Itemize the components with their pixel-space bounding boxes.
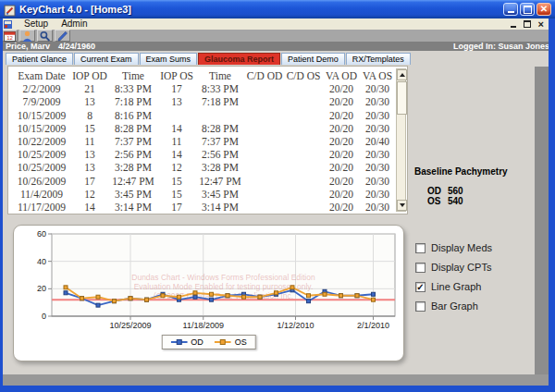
legend-marker-icon <box>215 338 231 346</box>
tab-rx-templates[interactable]: RX/Templates <box>346 53 411 65</box>
table-cell: 8:33 PM <box>108 82 158 95</box>
table-cell: 3:14 PM <box>108 201 158 214</box>
exam-table-panel: Exam DateIOP ODTimeIOP OSTimeC/D ODC/D O… <box>7 66 408 214</box>
table-cell: 10/25/2009 <box>12 148 71 161</box>
column-header-exam-date: Exam Date <box>12 69 71 82</box>
maximize-button[interactable] <box>520 3 535 16</box>
table-cell: 20/30 <box>360 188 395 201</box>
search-icon <box>39 31 51 42</box>
table-cell <box>245 201 284 214</box>
menu-setup[interactable]: Setup <box>18 18 55 30</box>
table-row[interactable]: 7/9/2009137:18 PM137:18 PM20/2020/30 <box>12 95 395 108</box>
mdi-close-button[interactable]: × <box>538 19 544 29</box>
checkbox-label-display-cpts[interactable]: Display CPTs <box>431 262 491 273</box>
scroll-up-button[interactable] <box>397 69 407 80</box>
table-cell: 17 <box>71 175 108 188</box>
table-cell <box>245 95 284 108</box>
table-cell <box>284 148 323 161</box>
child-window-icon <box>4 20 12 29</box>
mdi-client-edge-bottom <box>3 374 549 386</box>
chart-panel: 020406010/25/200911/18/20091/12/20102/1/… <box>13 225 404 361</box>
table-cell: 12:47 PM <box>108 175 158 188</box>
app-icon <box>4 4 16 16</box>
checkbox-bar-graph[interactable] <box>415 301 426 312</box>
patient-icon <box>21 31 33 42</box>
patient-name: Price, Marv <box>6 42 50 51</box>
table-cell: 20/20 <box>323 135 360 148</box>
table-cell: 20/20 <box>323 201 360 214</box>
tab-glaucoma-report[interactable]: Glaucoma Report <box>198 53 280 65</box>
table-cell: 3:45 PM <box>108 188 158 201</box>
pachymetry-od-value: 560 <box>448 186 463 196</box>
table-row[interactable]: 11/4/2009123:45 PM153:45 PM20/2020/30 <box>12 188 395 201</box>
checkbox-label-display-meds[interactable]: Display Meds <box>431 242 492 253</box>
svg-text:11/18/2009: 11/18/2009 <box>183 321 224 330</box>
table-row[interactable]: 10/25/2009133:28 PM123:28 PM20/2020/30 <box>12 161 395 174</box>
option-row-display-meds: Display Meds <box>415 242 492 253</box>
table-cell: 14 <box>71 201 108 214</box>
table-cell: 20/40 <box>360 135 395 148</box>
table-cell <box>158 109 195 122</box>
pachymetry-os-label: OS <box>427 196 448 206</box>
table-cell: 11/4/2009 <box>12 188 71 201</box>
checkbox-label-line-graph[interactable]: Line Graph <box>431 281 481 292</box>
table-row[interactable]: 10/22/2009117:37 PM117:37 PM20/2020/40 <box>12 135 395 148</box>
table-row[interactable]: 2/2/2009218:33 PM178:33 PM20/2020/30 <box>12 82 395 95</box>
table-cell <box>284 161 323 174</box>
notes-button[interactable] <box>55 30 70 42</box>
table-cell: 12:47 PM <box>195 175 245 188</box>
table-scrollbar[interactable] <box>396 68 406 212</box>
table-row[interactable]: 11/17/2009143:14 PM173:14 PM20/2020/30 <box>12 201 395 214</box>
tab-patient-glance[interactable]: Patient Glance <box>6 53 73 65</box>
option-row-line-graph: ✓Line Graph <box>415 281 481 292</box>
checkbox-display-meds[interactable] <box>415 243 426 253</box>
table-row[interactable]: 10/26/20091712:47 PM1512:47 PM20/2020/30 <box>12 175 395 188</box>
tab-current-exam[interactable]: Current Exam <box>74 53 139 65</box>
option-row-bar-graph: Bar Graph <box>415 300 478 312</box>
table-cell <box>284 122 323 135</box>
table-cell: 11 <box>71 135 108 148</box>
mdi-client-edge-right <box>535 67 549 386</box>
checkbox-label-bar-graph[interactable]: Bar Graph <box>431 300 478 312</box>
menu-bar: Setup Admin × <box>0 18 555 30</box>
table-cell: 20/30 <box>360 82 395 95</box>
checkbox-line-graph[interactable]: ✓ <box>415 282 426 292</box>
table-cell <box>284 135 323 148</box>
tab-patient-demo[interactable]: Patient Demo <box>281 53 345 65</box>
table-cell: 14 <box>158 122 195 135</box>
table-cell: 20/20 <box>323 161 360 174</box>
svg-text:0: 0 <box>42 312 46 321</box>
column-header-iop-os: IOP OS <box>158 69 195 82</box>
svg-text:Dundas Chart - Windows Forms P: Dundas Chart - Windows Forms Professiona… <box>131 273 315 282</box>
table-cell: 11 <box>158 135 195 148</box>
patient-button[interactable] <box>19 30 35 42</box>
pachymetry-os-value: 540 <box>448 196 463 206</box>
close-button[interactable]: ✕ <box>536 3 551 16</box>
table-row[interactable]: 10/25/2009132:56 PM142:56 PM20/2020/30 <box>12 148 395 161</box>
tab-exam-sums[interactable]: Exam Sums <box>140 53 198 65</box>
table-cell <box>284 175 323 188</box>
minimize-button[interactable] <box>503 3 518 16</box>
pachymetry-title: Baseline Pachymetry <box>414 166 508 177</box>
mdi-restore-button[interactable] <box>524 20 531 28</box>
scroll-down-button[interactable] <box>397 200 407 211</box>
table-cell: 12 <box>158 161 195 174</box>
table-cell: 3:28 PM <box>195 161 245 174</box>
option-row-display-cpts: Display CPTs <box>415 262 491 273</box>
table-row[interactable]: 10/15/2009158:28 PM148:28 PM20/2020/30 <box>12 122 395 135</box>
table-cell <box>284 109 323 122</box>
mdi-minimize-button[interactable] <box>511 26 516 28</box>
arrow-down-icon <box>400 203 405 207</box>
search-button[interactable] <box>37 30 53 42</box>
scrollbar-thumb[interactable] <box>397 81 407 115</box>
table-cell: 3:14 PM <box>195 201 245 214</box>
table-cell <box>284 201 323 214</box>
checkbox-display-cpts[interactable] <box>415 263 426 273</box>
close-icon: ✕ <box>540 5 548 14</box>
calendar-button[interactable]: 12 <box>2 30 18 42</box>
table-row[interactable]: 10/15/200988:16 PM20/2020/30 <box>12 109 395 122</box>
menu-admin[interactable]: Admin <box>55 18 93 30</box>
svg-text:2/1/2010: 2/1/2010 <box>357 321 389 330</box>
table-cell: 13 <box>71 95 108 108</box>
table-cell: 17 <box>158 82 195 95</box>
